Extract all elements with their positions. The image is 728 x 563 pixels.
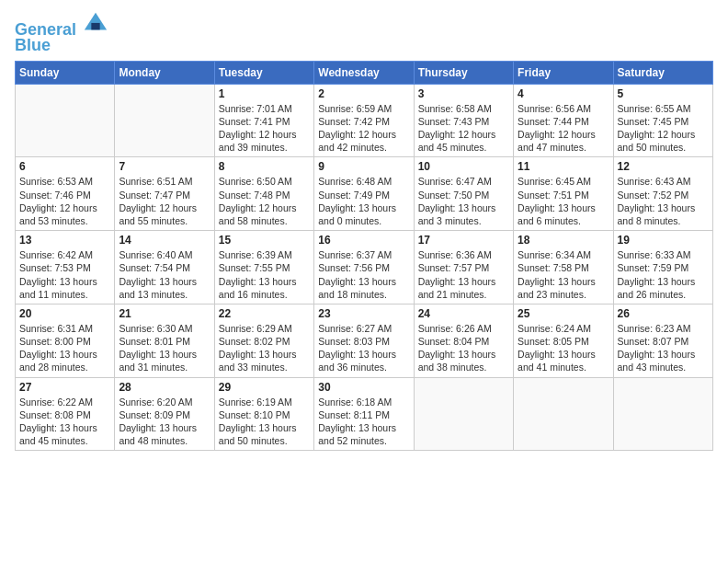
day-info: Sunrise: 6:23 AMSunset: 8:07 PMDaylight:… xyxy=(618,322,709,374)
week-row-1: 1Sunrise: 7:01 AMSunset: 7:41 PMDaylight… xyxy=(16,84,713,157)
day-number: 7 xyxy=(119,160,210,173)
day-number: 22 xyxy=(219,307,310,320)
day-cell: 4Sunrise: 6:56 AMSunset: 7:44 PMDaylight… xyxy=(514,84,613,157)
day-cell: 11Sunrise: 6:45 AMSunset: 7:51 PMDayligh… xyxy=(514,157,613,231)
day-number: 16 xyxy=(318,234,409,247)
day-info: Sunrise: 6:36 AMSunset: 7:57 PMDaylight:… xyxy=(418,248,509,301)
day-cell: 8Sunrise: 6:50 AMSunset: 7:48 PMDaylight… xyxy=(214,157,313,231)
day-number: 28 xyxy=(119,381,210,394)
day-info: Sunrise: 6:37 AMSunset: 7:56 PMDaylight:… xyxy=(318,248,409,301)
day-info: Sunrise: 6:48 AMSunset: 7:49 PMDaylight:… xyxy=(318,175,409,227)
day-number: 11 xyxy=(518,160,609,173)
day-cell: 25Sunrise: 6:24 AMSunset: 8:05 PMDayligh… xyxy=(514,304,613,377)
day-cell: 10Sunrise: 6:47 AMSunset: 7:50 PMDayligh… xyxy=(414,157,513,231)
day-cell: 6Sunrise: 6:53 AMSunset: 7:46 PMDaylight… xyxy=(16,157,115,231)
header: General Blue xyxy=(15,9,713,55)
day-cell: 5Sunrise: 6:55 AMSunset: 7:45 PMDaylight… xyxy=(613,84,712,157)
logo-icon xyxy=(83,9,108,35)
day-info: Sunrise: 6:43 AMSunset: 7:52 PMDaylight:… xyxy=(618,175,709,227)
day-cell: 27Sunrise: 6:22 AMSunset: 8:08 PMDayligh… xyxy=(16,377,115,451)
day-cell: 13Sunrise: 6:42 AMSunset: 7:53 PMDayligh… xyxy=(16,231,115,304)
day-info: Sunrise: 6:40 AMSunset: 7:54 PMDaylight:… xyxy=(119,248,210,301)
day-cell xyxy=(115,84,214,157)
day-info: Sunrise: 6:47 AMSunset: 7:50 PMDaylight:… xyxy=(418,175,509,227)
day-cell: 12Sunrise: 6:43 AMSunset: 7:52 PMDayligh… xyxy=(613,157,712,231)
week-row-2: 6Sunrise: 6:53 AMSunset: 7:46 PMDaylight… xyxy=(16,157,713,231)
day-number: 6 xyxy=(19,160,110,173)
day-number: 29 xyxy=(219,381,310,394)
header-thursday: Thursday xyxy=(414,61,513,84)
day-number: 27 xyxy=(19,381,110,394)
day-info: Sunrise: 6:59 AMSunset: 7:42 PMDaylight:… xyxy=(318,102,409,155)
day-info: Sunrise: 6:27 AMSunset: 8:03 PMDaylight:… xyxy=(318,322,409,374)
day-number: 15 xyxy=(219,234,310,247)
day-info: Sunrise: 7:01 AMSunset: 7:41 PMDaylight:… xyxy=(219,102,310,155)
day-number: 25 xyxy=(518,307,609,320)
day-number: 8 xyxy=(219,160,310,173)
day-cell: 3Sunrise: 6:58 AMSunset: 7:43 PMDaylight… xyxy=(414,84,513,157)
day-cell: 26Sunrise: 6:23 AMSunset: 8:07 PMDayligh… xyxy=(613,304,712,377)
day-cell: 18Sunrise: 6:34 AMSunset: 7:58 PMDayligh… xyxy=(514,231,613,304)
day-info: Sunrise: 6:26 AMSunset: 8:04 PMDaylight:… xyxy=(418,322,509,374)
header-tuesday: Tuesday xyxy=(214,61,313,84)
day-cell: 15Sunrise: 6:39 AMSunset: 7:55 PMDayligh… xyxy=(214,231,313,304)
day-number: 24 xyxy=(418,307,509,320)
day-info: Sunrise: 6:56 AMSunset: 7:44 PMDaylight:… xyxy=(518,102,609,155)
day-info: Sunrise: 6:33 AMSunset: 7:59 PMDaylight:… xyxy=(618,248,709,301)
day-number: 12 xyxy=(618,160,709,173)
logo-text: General xyxy=(15,9,108,40)
week-row-5: 27Sunrise: 6:22 AMSunset: 8:08 PMDayligh… xyxy=(16,377,713,451)
day-info: Sunrise: 6:30 AMSunset: 8:01 PMDaylight:… xyxy=(119,322,210,374)
day-info: Sunrise: 6:42 AMSunset: 7:53 PMDaylight:… xyxy=(19,248,110,301)
day-number: 23 xyxy=(318,307,409,320)
day-cell: 24Sunrise: 6:26 AMSunset: 8:04 PMDayligh… xyxy=(414,304,513,377)
week-row-4: 20Sunrise: 6:31 AMSunset: 8:00 PMDayligh… xyxy=(16,304,713,377)
day-number: 30 xyxy=(318,381,409,394)
days-header-row: Sunday Monday Tuesday Wednesday Thursday… xyxy=(16,61,713,84)
day-cell: 29Sunrise: 6:19 AMSunset: 8:10 PMDayligh… xyxy=(214,377,313,451)
day-cell xyxy=(613,377,712,451)
day-cell: 17Sunrise: 6:36 AMSunset: 7:57 PMDayligh… xyxy=(414,231,513,304)
day-info: Sunrise: 6:45 AMSunset: 7:51 PMDaylight:… xyxy=(518,175,609,227)
day-info: Sunrise: 6:19 AMSunset: 8:10 PMDaylight:… xyxy=(219,396,310,448)
day-number: 1 xyxy=(219,87,310,100)
day-cell: 9Sunrise: 6:48 AMSunset: 7:49 PMDaylight… xyxy=(314,157,414,231)
day-info: Sunrise: 6:24 AMSunset: 8:05 PMDaylight:… xyxy=(518,322,609,374)
day-cell: 14Sunrise: 6:40 AMSunset: 7:54 PMDayligh… xyxy=(115,231,214,304)
day-number: 20 xyxy=(19,307,110,320)
day-number: 4 xyxy=(518,87,609,100)
day-cell: 20Sunrise: 6:31 AMSunset: 8:00 PMDayligh… xyxy=(16,304,115,377)
day-cell: 28Sunrise: 6:20 AMSunset: 8:09 PMDayligh… xyxy=(115,377,214,451)
day-info: Sunrise: 6:50 AMSunset: 7:48 PMDaylight:… xyxy=(219,175,310,227)
day-number: 9 xyxy=(318,160,409,173)
day-number: 17 xyxy=(418,234,509,247)
header-wednesday: Wednesday xyxy=(314,61,414,84)
day-info: Sunrise: 6:29 AMSunset: 8:02 PMDaylight:… xyxy=(219,322,310,374)
header-monday: Monday xyxy=(115,61,214,84)
page: General Blue Sunday Monday Tuesday Wedne… xyxy=(0,0,728,563)
day-info: Sunrise: 6:39 AMSunset: 7:55 PMDaylight:… xyxy=(219,248,310,301)
day-cell: 30Sunrise: 6:18 AMSunset: 8:11 PMDayligh… xyxy=(314,377,414,451)
day-info: Sunrise: 6:18 AMSunset: 8:11 PMDaylight:… xyxy=(318,396,409,448)
day-info: Sunrise: 6:34 AMSunset: 7:58 PMDaylight:… xyxy=(518,248,609,301)
day-number: 10 xyxy=(418,160,509,173)
day-info: Sunrise: 6:55 AMSunset: 7:45 PMDaylight:… xyxy=(618,102,709,155)
day-number: 14 xyxy=(119,234,210,247)
day-cell: 19Sunrise: 6:33 AMSunset: 7:59 PMDayligh… xyxy=(613,231,712,304)
day-cell xyxy=(414,377,513,451)
day-number: 18 xyxy=(518,234,609,247)
day-number: 21 xyxy=(119,307,210,320)
header-sunday: Sunday xyxy=(16,61,115,84)
day-number: 26 xyxy=(618,307,709,320)
calendar-table: Sunday Monday Tuesday Wednesday Thursday… xyxy=(15,61,713,451)
header-saturday: Saturday xyxy=(613,61,712,84)
day-cell: 21Sunrise: 6:30 AMSunset: 8:01 PMDayligh… xyxy=(115,304,214,377)
day-cell: 16Sunrise: 6:37 AMSunset: 7:56 PMDayligh… xyxy=(314,231,414,304)
day-cell: 7Sunrise: 6:51 AMSunset: 7:47 PMDaylight… xyxy=(115,157,214,231)
day-number: 13 xyxy=(19,234,110,247)
day-number: 5 xyxy=(618,87,709,100)
logo: General Blue xyxy=(15,9,108,55)
day-cell xyxy=(16,84,115,157)
day-number: 2 xyxy=(318,87,409,100)
day-cell xyxy=(514,377,613,451)
